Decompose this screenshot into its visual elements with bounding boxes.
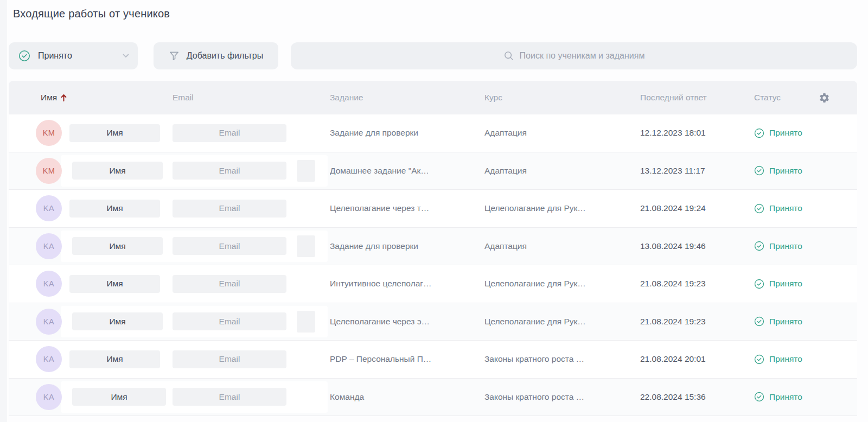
search-placeholder: Поиск по ученикам и заданиям [520, 51, 645, 61]
task-name: Задание для проверки [330, 128, 484, 138]
status-check-circle-icon [754, 316, 764, 327]
email-redacted-field: Email [173, 162, 286, 180]
name-redacted-field: Имя [72, 312, 163, 330]
table-row[interactable]: KA Имя Email PDP – Персональный П… Закон… [9, 341, 857, 379]
status-badge: Принято [754, 241, 857, 251]
status-label: Принято [769, 354, 802, 364]
last-answer-date: 22.08.2024 15:36 [640, 392, 754, 402]
status-filter-label: Принято [38, 51, 72, 61]
name-redacted-field: Имя [69, 200, 160, 218]
table-row[interactable]: KA Имя Email Целеполагание через т… Целе… [9, 190, 857, 228]
toolbar: Принято Добавить фильтры Поиск по ученик… [9, 42, 857, 69]
table-row[interactable]: KA Имя Email Интуитивное целеполаг… Целе… [9, 265, 857, 303]
last-answer-date: 21.08.2024 19:24 [640, 203, 754, 213]
course-name: Целеполагание для Рук… [484, 203, 640, 213]
status-label: Принято [769, 317, 802, 327]
table-row[interactable]: KM Имя Email Домашнее задание "Ак… Адапт… [9, 152, 857, 190]
course-name: Законы кратного роста … [484, 392, 640, 402]
email-redacted-field: Email [173, 124, 286, 142]
status-label: Принято [769, 241, 802, 251]
course-name: Законы кратного роста … [484, 354, 640, 364]
column-header-email[interactable]: Email [173, 93, 330, 103]
avatar: KA [36, 271, 62, 297]
status-label: Принято [769, 392, 802, 402]
task-name: Домашнее задание "Ак… [330, 166, 484, 176]
search-icon [503, 50, 514, 61]
course-name: Адаптация [484, 241, 640, 251]
chevron-down-icon [123, 54, 129, 58]
avatar: KA [36, 195, 62, 221]
status-check-circle-icon [754, 279, 764, 289]
task-name: Задание для проверки [330, 241, 484, 251]
avatar: KA [36, 346, 62, 372]
avatar: KM [36, 120, 62, 146]
status-badge: Принято [754, 128, 857, 138]
table-row[interactable]: KA Имя Email Целеполагание через э… Целе… [9, 303, 857, 341]
email-redacted-field: Email [173, 275, 286, 293]
sort-ascending-icon [61, 93, 67, 102]
status-label: Принято [769, 203, 802, 213]
status-check-circle-icon [754, 128, 764, 138]
status-badge: Принято [754, 203, 857, 214]
email-redacted-field: Email [173, 388, 286, 406]
status-filter-dropdown[interactable]: Принято [9, 42, 138, 69]
column-header-last-answer[interactable]: Последний ответ [640, 93, 754, 103]
status-check-circle-icon [754, 203, 764, 214]
course-name: Целеполагание для Рук… [484, 279, 640, 289]
table-header: Имя Email Задание Курс Последний ответ С… [9, 81, 857, 114]
page-title: Входящие работы от учеников [13, 8, 857, 20]
check-circle-icon [18, 50, 30, 62]
task-name: Команда [330, 392, 484, 402]
search-input[interactable]: Поиск по ученикам и заданиям [291, 42, 857, 69]
status-badge: Принято [754, 279, 857, 289]
course-name: Целеполагание для Рук… [484, 317, 640, 327]
table-settings-gear-icon[interactable] [819, 92, 830, 104]
name-redacted-field: Имя [72, 162, 163, 180]
table-body: KM Имя Email Задание для проверки Адапта… [9, 114, 857, 416]
table-row[interactable]: KA Имя Email Задание для проверки Адапта… [9, 228, 857, 266]
task-name: PDP – Персональный П… [330, 354, 484, 364]
course-name: Адаптация [484, 166, 640, 176]
column-header-status[interactable]: Статус [754, 93, 781, 103]
filter-funnel-icon [169, 50, 180, 61]
column-header-name[interactable]: Имя [9, 93, 69, 103]
email-redacted-field: Email [173, 237, 286, 255]
submissions-table: Имя Email Задание Курс Последний ответ С… [9, 81, 857, 416]
avatar: KA [36, 384, 62, 410]
course-name: Адаптация [484, 128, 640, 138]
last-answer-date: 21.08.2024 19:23 [640, 279, 754, 289]
status-check-circle-icon [754, 354, 764, 365]
status-label: Принято [769, 128, 802, 138]
incoming-works-page: Входящие работы от учеников Принято Доба… [0, 8, 868, 416]
add-filters-button[interactable]: Добавить фильтры [154, 42, 278, 69]
table-row[interactable]: KM Имя Email Задание для проверки Адапта… [9, 114, 857, 152]
table-row[interactable]: KA Имя Email Команда Законы кратного рос… [9, 379, 857, 417]
task-name: Целеполагание через т… [330, 203, 484, 213]
status-label: Принято [769, 166, 802, 176]
last-answer-date: 21.08.2024 19:23 [640, 317, 754, 327]
name-redacted-field: Имя [69, 124, 160, 142]
status-badge: Принято [754, 165, 857, 176]
name-redacted-field: Имя [69, 350, 160, 368]
column-header-task[interactable]: Задание [330, 93, 484, 103]
name-redacted-field: Имя [69, 275, 160, 293]
status-check-circle-icon [754, 392, 764, 402]
name-redacted-field: Имя [72, 388, 166, 406]
email-redacted-field: Email [173, 350, 286, 368]
email-redacted-field: Email [173, 200, 286, 218]
status-label: Принято [769, 279, 802, 289]
email-redacted-field: Email [173, 312, 286, 330]
status-badge: Принято [754, 354, 857, 365]
status-badge: Принято [754, 316, 857, 327]
add-filters-label: Добавить фильтры [187, 51, 263, 61]
status-badge: Принято [754, 392, 857, 402]
last-answer-date: 12.12.2023 18:01 [640, 128, 754, 138]
avatar: KM [36, 158, 62, 184]
task-name: Целеполагание через э… [330, 317, 484, 327]
column-header-course[interactable]: Курс [484, 93, 640, 103]
avatar: KA [36, 309, 62, 335]
last-answer-date: 13.08.2024 19:46 [640, 241, 754, 251]
task-name: Интуитивное целеполаг… [330, 279, 484, 289]
status-check-circle-icon [754, 165, 764, 176]
name-redacted-field: Имя [72, 237, 163, 255]
